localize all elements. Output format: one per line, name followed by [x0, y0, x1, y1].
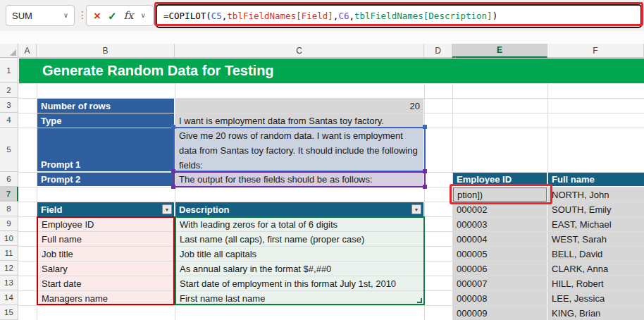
cell-B4[interactable]: Type	[37, 113, 174, 128]
cell-F11[interactable]: BELL, David	[548, 247, 644, 261]
column-header-F[interactable]: F	[547, 44, 644, 58]
cancel-icon[interactable]: ×	[94, 10, 101, 22]
name-box[interactable]: SUM ∨	[6, 5, 75, 26]
select-all-corner[interactable]	[0, 44, 18, 58]
column-header-B[interactable]: B	[37, 44, 175, 58]
cell-F6[interactable]: Full name	[548, 173, 644, 186]
column-header-C[interactable]: C	[175, 44, 424, 58]
cell-banner-title[interactable]: Generate Random Data for Testing	[19, 59, 644, 83]
filter-icon[interactable]: ▼	[411, 204, 421, 214]
cell-E9[interactable]: 000003	[453, 217, 547, 231]
row-header-10[interactable]: 10	[0, 231, 18, 246]
name-box-value: SUM	[12, 11, 63, 21]
cell-F14[interactable]: LEE, Jessica	[548, 291, 644, 305]
row-header-4[interactable]: 4	[0, 113, 18, 128]
cell-C8[interactable]: Description	[175, 202, 423, 216]
cell-B5[interactable]: Prompt 1	[37, 128, 174, 171]
filter-icon[interactable]: ▼	[162, 204, 172, 214]
row-header-9[interactable]: 9	[0, 216, 18, 231]
formula-buttons: × ✓ fx ∨	[86, 5, 154, 26]
insert-function-icon[interactable]: fx	[124, 9, 134, 22]
annotation-box-active-cell	[450, 184, 552, 204]
column-header-A[interactable]: A	[18, 44, 37, 58]
cell-E14[interactable]: 000008	[453, 291, 547, 305]
cell-E15[interactable]: 000009	[453, 306, 547, 320]
reference-border-description	[175, 216, 425, 305]
selection-handle	[171, 125, 175, 129]
cell-F12[interactable]: CLARK, Anna	[548, 261, 644, 276]
chrome-band	[0, 31, 644, 44]
column-header-D[interactable]: D	[424, 44, 452, 58]
gridline	[18, 83, 644, 84]
cell-E8[interactable]: 000002	[453, 202, 547, 216]
row-header-14[interactable]: 14	[0, 290, 18, 305]
reference-border-field	[37, 216, 175, 305]
column-header-E[interactable]: E	[452, 44, 547, 58]
cell-C3[interactable]: 20	[175, 99, 423, 113]
row-header-15[interactable]: 15	[0, 305, 18, 320]
cell-B8[interactable]: Field	[37, 202, 174, 216]
row-header-12[interactable]: 12	[0, 261, 18, 276]
cell-E10[interactable]: 000004	[453, 232, 547, 246]
row-header-13[interactable]: 13	[0, 276, 18, 290]
cell-F9[interactable]: EAST, Michael	[548, 217, 644, 231]
selection-handle	[171, 185, 175, 189]
cell-F13[interactable]: HILL, Robert	[548, 276, 644, 290]
enter-icon[interactable]: ✓	[108, 11, 117, 21]
row-header-8[interactable]: 8	[0, 202, 18, 216]
cell-E13[interactable]: 000007	[453, 276, 547, 290]
cell-E11[interactable]: 000005	[453, 247, 547, 261]
row-header-3[interactable]: 3	[0, 98, 18, 113]
cell-F7[interactable]: NORTH, John	[548, 187, 644, 202]
cell-B6[interactable]: Prompt 2	[37, 173, 174, 186]
cell-F10[interactable]: WEST, Sarah	[548, 232, 644, 246]
selection-handle	[423, 169, 427, 173]
cell-B3[interactable]: Number of rows	[37, 99, 174, 113]
selection-handle	[171, 169, 175, 173]
cell-F15[interactable]: KING, Brian	[548, 306, 644, 320]
selection-handle	[423, 185, 427, 189]
selection-handle	[423, 125, 427, 129]
row-header-7[interactable]: 7	[0, 187, 18, 202]
row-header-5[interactable]: 5	[0, 128, 18, 172]
table-resize-handle[interactable]	[417, 298, 422, 303]
row-header-1[interactable]: 1	[0, 58, 18, 83]
row-header-6[interactable]: 6	[0, 172, 18, 187]
row-header-2[interactable]: 2	[0, 83, 18, 98]
cell-F8[interactable]: SOUTH, Emily	[548, 202, 644, 216]
formula-bar: SUM ∨ ⋮ × ✓ fx ∨ =COPILOT(C5,tblFieldNam…	[0, 0, 644, 31]
row-header-11[interactable]: 11	[0, 246, 18, 261]
excel-window: SUM ∨ ⋮ × ✓ fx ∨ =COPILOT(C5,tblFieldNam…	[0, 0, 644, 320]
reference-border-c6	[173, 171, 426, 187]
reference-border-c5	[173, 127, 426, 172]
cell-E12[interactable]: 000006	[453, 261, 547, 276]
name-box-dropdown-icon[interactable]: ∨	[63, 12, 68, 19]
annotation-box-formula	[154, 2, 643, 26]
cell-C4[interactable]: I want is employment data from Santas to…	[175, 113, 423, 128]
fx-dropdown-icon[interactable]: ∨	[141, 12, 146, 19]
